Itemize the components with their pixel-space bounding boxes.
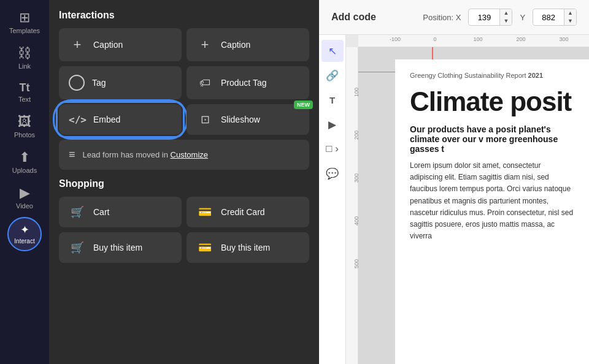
select-tool[interactable]: ↖ [321,40,344,62]
ruler-300: 300 [559,36,568,42]
cart-button[interactable]: 🛒 Cart [59,197,182,227]
tag-icon [69,75,85,91]
interactions-panel: Interactions + Caption + Caption Tag 🏷 P… [49,0,319,364]
v-ruler: 100 200 300 400 500 [346,47,358,364]
main-heading: Climate posit [410,86,574,117]
x-decrement[interactable]: ▼ [500,17,512,25]
ruler-100: 100 [473,36,482,42]
x-increment[interactable]: ▲ [500,9,512,17]
lead-form-button[interactable]: ≡ Lead form has moved in Customize [59,140,309,170]
add-code-title: Add code [331,12,376,23]
tag-label: Tag [92,78,106,88]
sidebar-item-templates[interactable]: ⊞ Templates [2,6,47,39]
embed-label: Embed [93,115,120,124]
sidebar-item-interact[interactable]: ✦ Interact [7,217,42,251]
shopping-title: Shopping [59,178,309,189]
left-sidebar: ⊞ Templates ⛓ Link Tt Text 🖼 Photos ⬆ Up… [0,0,49,364]
customize-link[interactable]: Customize [171,150,208,159]
play-tool[interactable]: ▶ [321,113,344,135]
slideshow-label: Slideshow [221,115,260,124]
link-icon: ⛓ [18,47,31,60]
embed-slideshow-row: </> Embed NEW ⊡ Slideshow [59,104,309,135]
cart-icon: 🛒 [69,205,86,219]
shape-tool[interactable]: □ › [321,138,344,160]
credit-card-icon: 💳 [196,205,214,219]
slideshow-button[interactable]: NEW ⊡ Slideshow [187,104,309,135]
buy-item2-icon: 💳 [196,241,214,254]
product-tag-label: Product Tag [221,78,266,88]
shopping-row2: 🛒 Buy this item 💳 Buy this item [59,232,309,263]
sidebar-item-link[interactable]: ⛓ Link [2,42,47,75]
buy-item2-label: Buy this item [221,243,270,252]
buy-item1-label: Buy this item [93,243,142,252]
text-tool[interactable]: T [321,89,344,111]
uploads-icon: ⬆ [19,151,30,164]
product-tag-icon: 🏷 [196,77,214,89]
ruler-minus100: -100 [390,36,401,42]
product-tag-button[interactable]: 🏷 Product Tag [187,66,309,99]
canvas-content: Greengy Clothing Sustainability Report 2… [358,47,589,364]
caption1-label: Caption [93,40,123,50]
tag-button[interactable]: Tag [59,66,182,99]
caption-row: + Caption + Caption [59,28,309,61]
right-panel: Add code Position: X ▲ ▼ Y ▲ ▼ ↖ [319,0,589,364]
credit-card-button[interactable]: 💳 Credit Card [187,197,309,227]
position-controls: Position: X ▲ ▼ Y ▲ ▼ [423,9,577,26]
y-position-input[interactable]: ▲ ▼ [533,9,577,26]
y-increment[interactable]: ▲ [564,9,576,17]
x-spinners: ▲ ▼ [499,9,512,25]
caption1-icon: + [69,37,86,53]
text-icon: Tt [20,82,30,93]
sidebar-item-photos[interactable]: 🖼 Photos [2,110,47,143]
caption2-button[interactable]: + Caption [187,28,309,61]
embed-button[interactable]: </> Embed [59,104,182,135]
y-value-input[interactable] [533,10,564,25]
caption1-button[interactable]: + Caption [59,28,182,61]
y-decrement[interactable]: ▼ [564,17,576,25]
canvas-area: ↖ 🔗 T ▶ □ › 💬 -100 0 100 200 300 40 100 … [319,35,589,364]
comment-tool[interactable]: 💬 [321,162,344,184]
templates-icon: ⊞ [19,11,30,25]
lead-form-icon: ≡ [69,148,75,161]
page-canvas: Greengy Clothing Sustainability Report 2… [395,59,589,364]
buy-item1-icon: 🛒 [69,241,86,254]
sidebar-item-text[interactable]: Tt Text [2,77,47,108]
buy-item1-button[interactable]: 🛒 Buy this item [59,232,182,263]
tool-sidebar: ↖ 🔗 T ▶ □ › 💬 [319,35,346,364]
slideshow-icon: ⊡ [196,113,214,126]
photos-icon: 🖼 [18,115,31,129]
sidebar-item-uploads[interactable]: ⬆ Uploads [2,146,47,179]
lead-form-row: ≡ Lead form has moved in Customize [59,140,309,170]
cart-label: Cart [93,207,109,217]
canvas-subheading: Our products have a posit planet's clima… [410,124,574,154]
x-value-input[interactable] [469,10,499,25]
ruler-0: 0 [433,36,436,42]
new-badge: NEW [294,100,313,109]
lead-form-text: Lead form has moved in Customize [83,150,209,159]
interactions-title: Interactions [59,10,309,21]
shopping-row1: 🛒 Cart 💳 Credit Card [59,197,309,227]
video-icon: ▶ [20,186,30,200]
h-ruler: -100 0 100 200 300 40 [358,35,589,47]
caption2-label: Caption [221,40,250,50]
doc-title: Greengy Clothing Sustainability Report 2… [410,72,574,79]
credit-card-label: Credit Card [221,207,265,217]
right-header: Add code Position: X ▲ ▼ Y ▲ ▼ [319,0,589,35]
tag-row: Tag 🏷 Product Tag [59,66,309,99]
canvas-body: Lorem ipsum dolor sit amet, consectetur … [410,160,574,242]
ruler-200: 200 [516,36,525,42]
y-label: Y [520,13,525,22]
sidebar-item-video[interactable]: ▶ Video [2,181,47,214]
buy-item2-button[interactable]: 💳 Buy this item [187,232,309,263]
caption2-icon: + [196,37,214,53]
interact-icon: ✦ [20,224,29,235]
embed-icon: </> [69,114,86,126]
link-tool[interactable]: 🔗 [321,64,344,86]
ruler-area: -100 0 100 200 300 40 100 200 300 400 50… [346,35,589,364]
y-spinners: ▲ ▼ [564,9,576,25]
position-label: Position: X [423,13,461,22]
x-position-input[interactable]: ▲ ▼ [468,9,512,26]
